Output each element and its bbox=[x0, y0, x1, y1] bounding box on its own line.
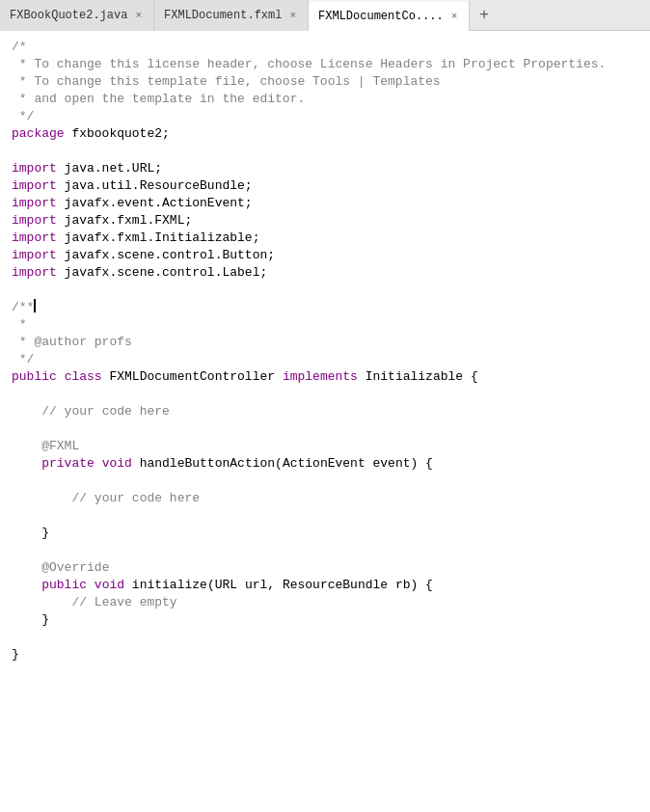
code-line: } bbox=[0, 611, 650, 629]
code-line: @Override bbox=[0, 559, 650, 577]
code-editor[interactable]: /* * To change this license header, choo… bbox=[0, 31, 650, 812]
code-line: public class FXMLDocumentController impl… bbox=[0, 368, 650, 386]
tab-label: FXMLDocument.fxml bbox=[164, 9, 282, 22]
code-line-blank bbox=[0, 473, 650, 490]
code-line: import javafx.event.ActionEvent; bbox=[0, 195, 650, 212]
code-line: // your code here bbox=[0, 403, 650, 420]
code-line: * To change this template file, choose T… bbox=[0, 73, 650, 91]
code-line-blank bbox=[0, 143, 650, 160]
plus-icon: + bbox=[479, 7, 489, 24]
code-line: // your code here bbox=[0, 490, 650, 507]
code-line: // Leave empty bbox=[0, 594, 650, 611]
code-line-blank bbox=[0, 542, 650, 559]
tab-fxmldocument[interactable]: FXMLDocument.fxml × bbox=[154, 0, 309, 31]
close-icon[interactable]: × bbox=[449, 11, 460, 22]
tab-label: FXBookQuote2.java bbox=[10, 9, 127, 22]
tab-label: FXMLDocumentCo.... bbox=[318, 10, 444, 23]
code-line-blank bbox=[0, 629, 650, 646]
code-line-blank bbox=[0, 420, 650, 438]
code-line: /** bbox=[0, 299, 650, 316]
tab-fxmldocumentcontroller[interactable]: FXMLDocumentCo.... × bbox=[309, 0, 470, 31]
code-line: } bbox=[0, 646, 650, 663]
code-line: import javafx.fxml.Initializable; bbox=[0, 230, 650, 247]
code-line: * and open the template in the editor. bbox=[0, 91, 650, 108]
code-line: */ bbox=[0, 351, 650, 368]
code-line: import javafx.scene.control.Button; bbox=[0, 247, 650, 264]
close-icon[interactable]: × bbox=[287, 10, 298, 21]
code-line: */ bbox=[0, 108, 650, 125]
code-line: @FXML bbox=[0, 438, 650, 455]
code-line-blank bbox=[0, 282, 650, 299]
add-tab-button[interactable]: + bbox=[470, 0, 499, 31]
code-line: import java.net.URL; bbox=[0, 160, 650, 177]
code-line: private void handleButtonAction(ActionEv… bbox=[0, 455, 650, 473]
code-line: /* bbox=[0, 39, 650, 56]
close-icon[interactable]: × bbox=[133, 10, 144, 21]
tab-fxbookquote2[interactable]: FXBookQuote2.java × bbox=[0, 0, 154, 31]
code-line: * To change this license header, choose … bbox=[0, 56, 650, 73]
code-line: import javafx.fxml.FXML; bbox=[0, 212, 650, 230]
code-line-blank bbox=[0, 507, 650, 525]
code-line: import java.util.ResourceBundle; bbox=[0, 177, 650, 195]
tab-bar: FXBookQuote2.java × FXMLDocument.fxml × … bbox=[0, 0, 650, 31]
code-line: public void initialize(URL url, Resource… bbox=[0, 577, 650, 594]
code-line: * bbox=[0, 316, 650, 334]
code-line: import javafx.scene.control.Label; bbox=[0, 264, 650, 282]
code-line-blank bbox=[0, 386, 650, 403]
code-line: package fxbookquote2; bbox=[0, 125, 650, 143]
code-line: * @author profs bbox=[0, 334, 650, 351]
code-line: } bbox=[0, 525, 650, 542]
